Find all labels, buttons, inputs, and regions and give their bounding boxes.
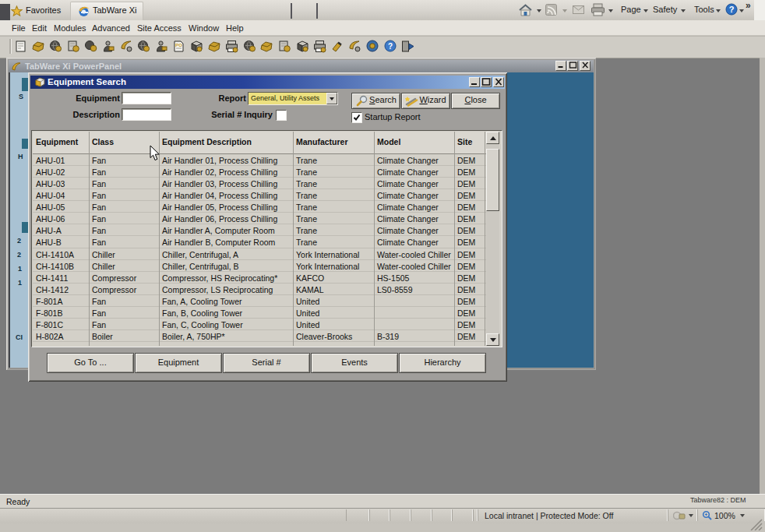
svg-text:?: ? (388, 42, 393, 51)
svg-text:PO: PO (176, 43, 183, 48)
svg-text:?: ? (729, 5, 735, 14)
